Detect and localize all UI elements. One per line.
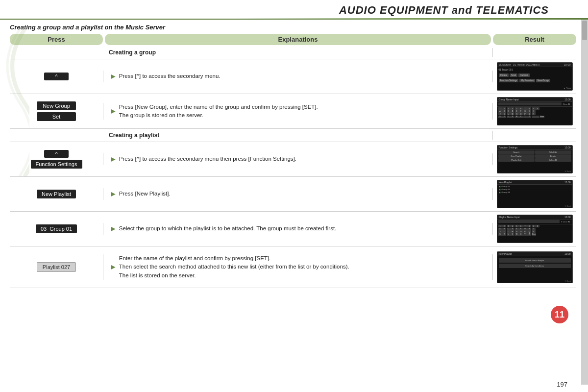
kbd-key[interactable]: E bbox=[515, 228, 519, 230]
kbd-key[interactable]: 4 bbox=[511, 107, 514, 110]
kbd-key[interactable]: Y bbox=[523, 116, 527, 118]
kbd-key[interactable]: G bbox=[523, 228, 527, 230]
fn-btn-delete[interactable]: Delete bbox=[535, 154, 571, 158]
caret-button-row3[interactable]: ^ bbox=[44, 150, 69, 158]
kbd-key[interactable]: M bbox=[511, 113, 514, 115]
kbd-key[interactable]: W bbox=[515, 116, 519, 118]
fn-btn-new-playlist[interactable]: New Playlist bbox=[498, 154, 535, 158]
scrollbar[interactable] bbox=[581, 20, 588, 385]
kbd-key[interactable]: X bbox=[519, 116, 523, 118]
kbd-key[interactable]: 7 bbox=[523, 225, 527, 227]
kbd-key[interactable]: E bbox=[515, 110, 519, 113]
kbd-key[interactable]: K bbox=[502, 113, 506, 115]
kbd-key[interactable]: B bbox=[502, 110, 506, 113]
kbd-key[interactable]: 2 bbox=[502, 107, 506, 110]
kbd-key[interactable]: R bbox=[532, 113, 536, 115]
kbd-key[interactable]: 7 bbox=[523, 107, 527, 110]
kbd-key[interactable]: 6 bbox=[519, 107, 523, 110]
kbd-key[interactable]: W bbox=[515, 233, 519, 236]
screen-buttons2-row1: Function Settings My Favorites New Group bbox=[497, 78, 572, 83]
new-playlist-button[interactable]: New Playlist bbox=[37, 190, 76, 198]
kbd-key[interactable]: 3 bbox=[507, 225, 511, 227]
kbd-key[interactable]: 4 bbox=[511, 225, 514, 227]
scrollbar-thumb[interactable] bbox=[582, 21, 587, 40]
kbd-key[interactable]: 3 bbox=[507, 107, 511, 110]
kbd-key[interactable]: 8 bbox=[527, 107, 531, 110]
kbd-key[interactable]: 5 bbox=[515, 107, 519, 110]
kbd-key[interactable]: V bbox=[511, 116, 514, 118]
kbd-key[interactable]: 5 bbox=[515, 225, 519, 227]
kbd-key[interactable]: N bbox=[515, 230, 519, 233]
kbd-key[interactable]: Q bbox=[527, 230, 531, 233]
kbd-key[interactable]: More bbox=[540, 116, 545, 118]
table-row: New Group Set ► Press [New Group], enter… bbox=[10, 94, 576, 129]
kbd-key[interactable]: L bbox=[507, 230, 511, 233]
kbd-key[interactable]: D bbox=[511, 228, 514, 230]
kbd-key[interactable]: F bbox=[519, 228, 523, 230]
kbd-key[interactable]: O bbox=[519, 113, 523, 115]
fn-btn-delete-all[interactable]: Delete All bbox=[535, 158, 571, 162]
explanation-cell-row1: ► Press [^] to access the secondary menu… bbox=[103, 71, 493, 82]
kbd-key[interactable]: - bbox=[536, 116, 539, 118]
kbd-key[interactable]: 1 bbox=[498, 225, 502, 227]
kbd-key[interactable]: X bbox=[519, 233, 523, 236]
kbd-key[interactable]: . bbox=[532, 116, 536, 118]
group-select-button[interactable]: 03 Group 01 bbox=[36, 224, 77, 233]
kbd-key[interactable]: L bbox=[507, 113, 511, 115]
function-settings-button[interactable]: Function Settings bbox=[31, 160, 82, 169]
search-from-playlist-btn[interactable]: Search from a Playlist bbox=[499, 258, 571, 263]
kbd-clear-btn: Clear All bbox=[562, 102, 571, 106]
kbd-key[interactable]: S bbox=[498, 233, 502, 236]
kbd-key[interactable]: T bbox=[502, 116, 506, 118]
search-by-conditions-btn[interactable]: Search by Conditions bbox=[499, 264, 571, 268]
kbd-key[interactable]: M bbox=[511, 230, 514, 233]
kbd-key[interactable]: D bbox=[511, 110, 514, 113]
kbd-key[interactable]: J bbox=[498, 113, 502, 115]
kbd-key[interactable]: V bbox=[511, 233, 514, 236]
explanation-text-row6: Enter the name of the playlist and confi… bbox=[119, 254, 349, 280]
kbd-key[interactable]: H bbox=[527, 110, 531, 113]
kbd-key[interactable]: 1 bbox=[498, 107, 502, 110]
kbd-key[interactable]: 0 bbox=[536, 225, 539, 227]
playlist-027-button[interactable]: Playlist 027 bbox=[37, 262, 76, 272]
kbd-key[interactable]: 0 bbox=[536, 107, 539, 110]
kbd-key[interactable]: K bbox=[502, 230, 506, 233]
kbd-key[interactable]: Z bbox=[527, 116, 531, 118]
kbd-key[interactable]: Y bbox=[523, 233, 527, 236]
kbd-key[interactable]: 9 bbox=[532, 225, 536, 227]
kbd-key[interactable]: Q bbox=[527, 113, 531, 115]
kbd-key[interactable]: C bbox=[507, 228, 511, 230]
kbd-key[interactable]: More bbox=[532, 233, 537, 236]
kbd-key[interactable]: O bbox=[519, 230, 523, 233]
kbd-key[interactable]: R bbox=[532, 230, 536, 233]
kbd-key[interactable]: 6 bbox=[519, 225, 523, 227]
kbd-key[interactable]: J bbox=[498, 230, 502, 233]
kbd-key[interactable]: C bbox=[507, 110, 511, 113]
kbd-key[interactable]: B bbox=[502, 228, 506, 230]
kbd-key[interactable]: 2 bbox=[502, 225, 506, 227]
kbd-key[interactable]: S bbox=[498, 116, 502, 118]
kbd-key[interactable]: 8 bbox=[527, 225, 531, 227]
kbd-key[interactable]: T bbox=[502, 233, 506, 236]
kbd-key[interactable]: F bbox=[519, 110, 523, 113]
kbd-key[interactable]: I bbox=[532, 110, 536, 113]
kbd-key[interactable]: Z bbox=[527, 233, 531, 236]
kbd-key[interactable]: U bbox=[507, 233, 511, 236]
kbd-key[interactable]: A bbox=[498, 228, 502, 230]
kbd-key[interactable]: P bbox=[523, 230, 527, 233]
kbd-key[interactable]: I bbox=[532, 228, 536, 230]
kbd-key[interactable]: H bbox=[527, 228, 531, 230]
set-button[interactable]: Set bbox=[37, 112, 76, 121]
new-group-button[interactable]: New Group bbox=[37, 101, 76, 110]
kbd-key[interactable]: U bbox=[507, 116, 511, 118]
fn-btn-title-edit[interactable]: Title Edit bbox=[535, 150, 571, 154]
kbd-key[interactable]: 9 bbox=[532, 107, 536, 110]
caret-button-row1[interactable]: ^ bbox=[44, 73, 69, 80]
fn-btn-search[interactable]: Search bbox=[498, 150, 535, 154]
kbd-key[interactable]: P bbox=[523, 113, 527, 115]
kbd-key[interactable]: A bbox=[498, 110, 502, 113]
list-item: ▣ Group 02 bbox=[499, 188, 571, 191]
kbd-key[interactable]: G bbox=[523, 110, 527, 113]
fn-btn-playlist-edit[interactable]: Playlist Edit bbox=[498, 158, 535, 162]
kbd-key[interactable]: N bbox=[515, 113, 519, 115]
